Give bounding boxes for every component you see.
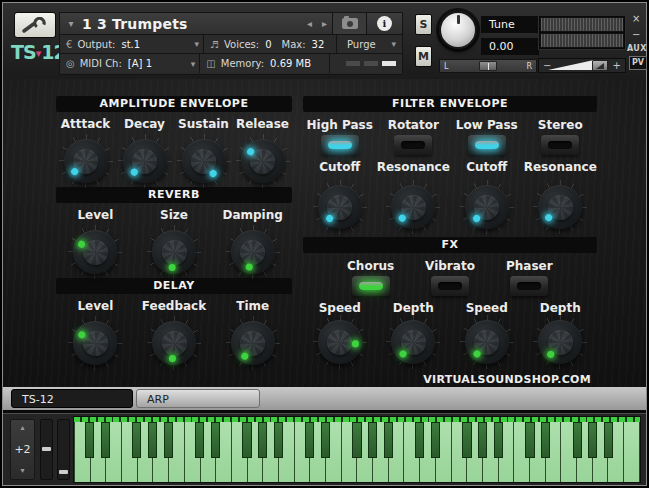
knob-cutoff[interactable] — [464, 184, 510, 230]
black-key[interactable] — [494, 422, 503, 458]
label-phaser: Phaser — [506, 259, 553, 273]
mute-button[interactable]: M — [415, 46, 432, 67]
black-key[interactable] — [101, 422, 110, 458]
switch-vibrato[interactable] — [431, 276, 469, 296]
knob-resonance[interactable] — [390, 184, 436, 230]
black-key[interactable] — [462, 422, 471, 458]
next-instrument-button[interactable]: ▸ — [317, 18, 332, 29]
solo-button[interactable]: S — [415, 14, 432, 35]
black-key[interactable] — [541, 422, 550, 458]
volume-handle[interactable] — [592, 60, 608, 71]
level-meters — [538, 15, 626, 50]
volume-slider[interactable]: − + — [538, 58, 626, 73]
knob-decay[interactable] — [122, 138, 168, 184]
black-key[interactable] — [478, 422, 487, 458]
pitch-wheel[interactable] — [40, 419, 53, 480]
black-key[interactable] — [604, 422, 613, 458]
label-time: Time — [236, 299, 269, 313]
label-low-pass: Low Pass — [456, 118, 518, 132]
knob-indicator-dot — [546, 350, 556, 360]
title-dropdown-icon[interactable]: ▾ — [60, 18, 82, 29]
knob-speed[interactable] — [317, 319, 363, 365]
tab-arp[interactable]: ARP — [136, 389, 260, 408]
output-value: st.1 — [121, 39, 140, 50]
black-key[interactable] — [384, 422, 393, 458]
pan-handle[interactable] — [479, 61, 497, 71]
kontakt-instrument-window: TS▾12 ▾ 1 3 Trumpets ◂ ▸ i € Output: st.… — [0, 0, 649, 488]
knob-level[interactable] — [72, 229, 118, 275]
max-value: 32 — [312, 39, 325, 50]
mod-wheel[interactable] — [57, 419, 70, 480]
knob-depth[interactable] — [390, 319, 436, 365]
midi-channel-select[interactable]: ◎ MIDI Ch: [A] 1 ▾ — [60, 54, 200, 73]
knob-time[interactable] — [230, 320, 276, 366]
info-button[interactable]: i — [366, 13, 402, 34]
black-key[interactable] — [573, 422, 582, 458]
knob-atttack[interactable] — [63, 138, 109, 184]
black-key[interactable] — [588, 422, 597, 458]
knob-resonance[interactable] — [537, 184, 583, 230]
black-key[interactable] — [368, 422, 377, 458]
black-key[interactable] — [274, 422, 283, 458]
minimize-button[interactable]: − — [632, 30, 640, 40]
tune-knob[interactable] — [439, 11, 477, 49]
black-key[interactable] — [164, 422, 173, 458]
black-key[interactable] — [305, 422, 314, 458]
black-key[interactable] — [132, 422, 141, 458]
knob-indicator-dot — [544, 213, 554, 223]
white-key[interactable] — [624, 422, 640, 482]
aux-button[interactable]: AUX — [627, 44, 647, 54]
knob-speed[interactable] — [464, 319, 510, 365]
volume-wedge — [548, 60, 594, 70]
pan-slider[interactable]: L R — [439, 59, 537, 73]
knob-row — [303, 316, 597, 368]
edit-wrench-button[interactable] — [14, 12, 56, 38]
knob-feedback[interactable] — [151, 320, 197, 366]
pan-left-label: L — [444, 62, 448, 71]
tune-value[interactable]: 0.00 — [481, 38, 539, 55]
black-key[interactable] — [321, 422, 330, 458]
pitch-wheel-handle[interactable] — [42, 447, 51, 451]
output-select[interactable]: € Output: st.1 ▾ — [60, 35, 204, 53]
switch-chorus[interactable] — [352, 276, 390, 296]
octave-down-icon[interactable]: ▾ — [20, 467, 24, 475]
label-sustain: Sustain — [178, 117, 229, 131]
octave-up-icon[interactable]: ▴ — [20, 424, 24, 432]
knob-size[interactable] — [151, 229, 197, 275]
switch-rotator[interactable] — [394, 135, 432, 155]
black-key[interactable] — [258, 422, 267, 458]
close-button[interactable]: × — [632, 14, 640, 24]
switch-stereo[interactable] — [541, 135, 579, 155]
black-key[interactable] — [352, 422, 361, 458]
black-key[interactable] — [211, 422, 220, 458]
switch-low-pass[interactable] — [468, 135, 506, 155]
prev-instrument-button[interactable]: ◂ — [302, 18, 317, 29]
knob-release[interactable] — [240, 138, 286, 184]
section-amplitude-envelope: AMPLITUDE ENVELOPEAtttackDecaySustainRel… — [56, 96, 292, 187]
knob-damping[interactable] — [230, 229, 276, 275]
camera-icon — [342, 18, 358, 29]
pv-button[interactable]: PV — [629, 56, 647, 70]
mod-wheel-handle[interactable] — [59, 470, 68, 474]
black-key[interactable] — [415, 422, 424, 458]
knob-sustain[interactable] — [181, 138, 227, 184]
tab-ts12[interactable]: TS-12 — [11, 389, 133, 408]
ts12-logo: TS▾12 — [11, 41, 66, 63]
switch-high-pass[interactable] — [321, 135, 359, 155]
knob-depth[interactable] — [537, 319, 583, 365]
black-key[interactable] — [431, 422, 440, 458]
instrument-title[interactable]: 1 3 Trumpets — [82, 16, 302, 32]
knob-level[interactable] — [72, 320, 118, 366]
switch-phaser[interactable] — [510, 276, 548, 296]
snapshot-camera-button[interactable] — [332, 13, 366, 34]
black-key[interactable] — [148, 422, 157, 458]
purge-menu[interactable]: Purge ▾ — [337, 35, 402, 53]
black-key[interactable] — [85, 422, 94, 458]
knob-indicator-dot — [70, 167, 80, 177]
black-key[interactable] — [525, 422, 534, 458]
black-key[interactable] — [242, 422, 251, 458]
octave-shift-control[interactable]: ▴ +2 ▾ — [10, 419, 35, 480]
black-key[interactable] — [195, 422, 204, 458]
keys — [74, 422, 640, 482]
knob-cutoff[interactable] — [317, 184, 363, 230]
